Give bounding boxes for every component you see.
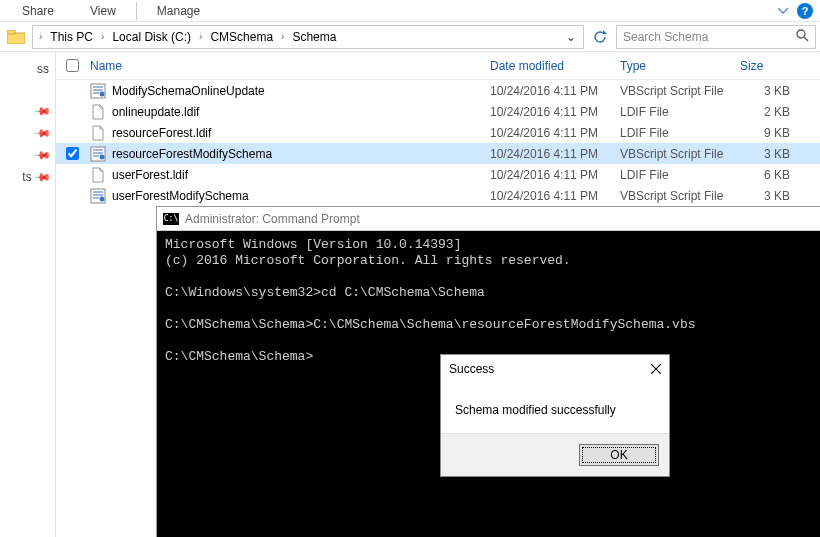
refresh-button[interactable] [588,25,612,49]
ribbon-expand-button[interactable] [772,0,794,22]
file-row[interactable]: onlineupdate.ldif10/24/2016 4:11 PMLDIF … [56,101,820,122]
folder-up-button[interactable] [4,25,28,49]
message-box-body: Schema modified successfully [441,383,669,433]
row-checkbox-cell [58,147,86,160]
file-name-cell[interactable]: ModifySchemaOnlineUpdate [86,83,490,99]
refresh-icon [593,30,607,44]
ribbon-tabs: Share View Manage ? [0,0,820,22]
file-size: 6 KB [740,168,820,182]
search-icon [796,29,809,45]
command-prompt-titlebar[interactable]: C:\ Administrator: Command Prompt [157,207,820,231]
nav-item[interactable]: 📌 [0,144,55,166]
generic-file-icon [90,125,106,141]
chevron-right-icon: › [197,31,204,42]
breadcrumb-item[interactable]: Local Disk (C:) [108,30,195,44]
select-all-checkbox[interactable] [66,59,79,72]
file-row[interactable]: resourceForest.ldif10/24/2016 4:11 PMLDI… [56,122,820,143]
command-prompt-title: Administrator: Command Prompt [185,212,360,226]
generic-file-icon [90,167,106,183]
ok-button[interactable]: OK [579,444,659,466]
row-checkbox[interactable] [66,147,79,160]
message-box-titlebar[interactable]: Success [441,355,669,383]
breadcrumb-dropdown[interactable]: ⌄ [563,30,579,44]
nav-item[interactable]: 📌 [0,100,55,122]
column-type[interactable]: Type [620,59,740,73]
generic-file-icon [90,104,106,120]
file-type: LDIF File [620,105,740,119]
column-date[interactable]: Date modified [490,59,620,73]
file-name-cell[interactable]: onlineupdate.ldif [86,104,490,120]
nav-item[interactable]: ts 📌 [0,166,55,188]
column-headers: Name Date modified Type Size [56,52,820,80]
help-button[interactable]: ? [794,0,816,22]
file-date: 10/24/2016 4:11 PM [490,105,620,119]
file-type: LDIF File [620,126,740,140]
column-select-all[interactable] [58,59,86,72]
search-placeholder: Search Schema [623,30,708,44]
nav-item[interactable]: ss [0,58,55,80]
file-name: resourceForest.ldif [112,126,211,140]
file-row[interactable]: resourceForestModifySchema10/24/2016 4:1… [56,143,820,164]
file-name: ModifySchemaOnlineUpdate [112,84,265,98]
chevron-right-icon: › [279,31,286,42]
file-date: 10/24/2016 4:11 PM [490,84,620,98]
file-name: userForest.ldif [112,168,188,182]
vbscript-file-icon [90,188,106,204]
file-date: 10/24/2016 4:11 PM [490,147,620,161]
file-size: 2 KB [740,105,820,119]
breadcrumb-item[interactable]: This PC [46,30,97,44]
breadcrumb[interactable]: › This PC › Local Disk (C:) › CMSchema ›… [32,25,584,49]
pin-icon: 📌 [32,145,51,164]
file-row[interactable]: userForest.ldif10/24/2016 4:11 PMLDIF Fi… [56,164,820,185]
file-type: LDIF File [620,168,740,182]
breadcrumb-item[interactable]: CMSchema [206,30,277,44]
message-box-footer: OK [441,433,669,476]
chevron-right-icon: › [37,31,44,42]
svg-point-9 [100,196,105,201]
folder-icon [7,30,25,44]
ribbon-tab-manage[interactable]: Manage [139,0,218,21]
file-type: VBScript Script File [620,147,740,161]
file-size: 9 KB [740,126,820,140]
file-name-cell[interactable]: userForestModifySchema [86,188,490,204]
search-input[interactable]: Search Schema [616,25,816,49]
close-button[interactable] [651,361,661,377]
close-icon [651,364,661,374]
vbscript-file-icon [90,146,106,162]
svg-line-3 [804,37,808,41]
file-row[interactable]: ModifySchemaOnlineUpdate10/24/2016 4:11 … [56,80,820,101]
svg-point-5 [100,91,105,96]
ribbon-tab-share[interactable]: Share [4,0,72,21]
command-prompt-icon: C:\ [163,213,179,225]
file-name-cell[interactable]: userForest.ldif [86,167,490,183]
file-size: 3 KB [740,147,820,161]
file-name: onlineupdate.ldif [112,105,199,119]
pin-icon: 📌 [32,123,51,142]
file-date: 10/24/2016 4:11 PM [490,189,620,203]
file-name-cell[interactable]: resourceForestModifySchema [86,146,490,162]
file-name: resourceForestModifySchema [112,147,272,161]
column-size[interactable]: Size [740,59,820,73]
file-date: 10/24/2016 4:11 PM [490,168,620,182]
navigation-pane: ss 📌 📌 📌 ts 📌 [0,52,56,537]
file-size: 3 KB [740,189,820,203]
ribbon-separator [136,2,137,20]
file-type: VBScript Script File [620,189,740,203]
ribbon-tab-view[interactable]: View [72,0,134,21]
vbscript-file-icon [90,83,106,99]
file-name-cell[interactable]: resourceForest.ldif [86,125,490,141]
file-name: userForestModifySchema [112,189,249,203]
svg-point-7 [100,154,105,159]
message-box: Success Schema modified successfully OK [440,354,670,477]
file-row[interactable]: userForestModifySchema10/24/2016 4:11 PM… [56,185,820,206]
pin-icon: 📌 [32,167,51,186]
file-type: VBScript Script File [620,84,740,98]
nav-item[interactable]: 📌 [0,122,55,144]
pin-icon: 📌 [32,101,51,120]
breadcrumb-item[interactable]: Schema [288,30,340,44]
column-name[interactable]: Name [86,59,490,73]
chevron-down-icon [778,8,788,14]
help-icon: ? [797,3,813,19]
svg-point-2 [797,30,805,38]
address-bar: › This PC › Local Disk (C:) › CMSchema ›… [0,22,820,52]
